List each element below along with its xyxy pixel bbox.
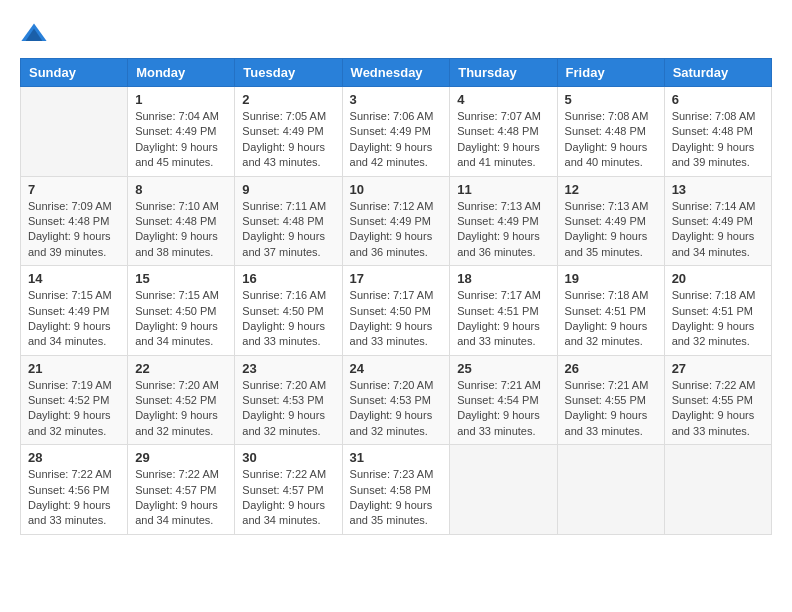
day-number: 5 <box>565 92 657 107</box>
calendar-cell: 24Sunrise: 7:20 AM Sunset: 4:53 PM Dayli… <box>342 355 450 445</box>
day-info: Sunrise: 7:20 AM Sunset: 4:52 PM Dayligh… <box>135 378 227 440</box>
calendar-cell: 14Sunrise: 7:15 AM Sunset: 4:49 PM Dayli… <box>21 266 128 356</box>
day-info: Sunrise: 7:21 AM Sunset: 4:54 PM Dayligh… <box>457 378 549 440</box>
day-number: 17 <box>350 271 443 286</box>
calendar-week-row: 1Sunrise: 7:04 AM Sunset: 4:49 PM Daylig… <box>21 87 772 177</box>
day-info: Sunrise: 7:06 AM Sunset: 4:49 PM Dayligh… <box>350 109 443 171</box>
day-info: Sunrise: 7:04 AM Sunset: 4:49 PM Dayligh… <box>135 109 227 171</box>
day-info: Sunrise: 7:08 AM Sunset: 4:48 PM Dayligh… <box>672 109 764 171</box>
day-info: Sunrise: 7:22 AM Sunset: 4:56 PM Dayligh… <box>28 467 120 529</box>
day-info: Sunrise: 7:18 AM Sunset: 4:51 PM Dayligh… <box>565 288 657 350</box>
logo <box>20 20 52 48</box>
calendar-table: SundayMondayTuesdayWednesdayThursdayFrid… <box>20 58 772 535</box>
day-info: Sunrise: 7:17 AM Sunset: 4:51 PM Dayligh… <box>457 288 549 350</box>
day-info: Sunrise: 7:21 AM Sunset: 4:55 PM Dayligh… <box>565 378 657 440</box>
calendar-cell: 18Sunrise: 7:17 AM Sunset: 4:51 PM Dayli… <box>450 266 557 356</box>
calendar-cell <box>557 445 664 535</box>
calendar-cell: 20Sunrise: 7:18 AM Sunset: 4:51 PM Dayli… <box>664 266 771 356</box>
calendar-cell: 22Sunrise: 7:20 AM Sunset: 4:52 PM Dayli… <box>128 355 235 445</box>
day-number: 26 <box>565 361 657 376</box>
day-of-week-header: Wednesday <box>342 59 450 87</box>
calendar-cell: 23Sunrise: 7:20 AM Sunset: 4:53 PM Dayli… <box>235 355 342 445</box>
day-number: 22 <box>135 361 227 376</box>
calendar-header-row: SundayMondayTuesdayWednesdayThursdayFrid… <box>21 59 772 87</box>
calendar-cell: 10Sunrise: 7:12 AM Sunset: 4:49 PM Dayli… <box>342 176 450 266</box>
day-number: 24 <box>350 361 443 376</box>
calendar-cell: 1Sunrise: 7:04 AM Sunset: 4:49 PM Daylig… <box>128 87 235 177</box>
day-number: 25 <box>457 361 549 376</box>
day-number: 30 <box>242 450 334 465</box>
calendar-cell: 15Sunrise: 7:15 AM Sunset: 4:50 PM Dayli… <box>128 266 235 356</box>
day-number: 8 <box>135 182 227 197</box>
day-number: 1 <box>135 92 227 107</box>
day-info: Sunrise: 7:22 AM Sunset: 4:57 PM Dayligh… <box>135 467 227 529</box>
calendar-cell <box>21 87 128 177</box>
calendar-cell: 30Sunrise: 7:22 AM Sunset: 4:57 PM Dayli… <box>235 445 342 535</box>
calendar-cell: 13Sunrise: 7:14 AM Sunset: 4:49 PM Dayli… <box>664 176 771 266</box>
day-info: Sunrise: 7:18 AM Sunset: 4:51 PM Dayligh… <box>672 288 764 350</box>
day-number: 27 <box>672 361 764 376</box>
day-info: Sunrise: 7:19 AM Sunset: 4:52 PM Dayligh… <box>28 378 120 440</box>
day-number: 20 <box>672 271 764 286</box>
calendar-cell: 9Sunrise: 7:11 AM Sunset: 4:48 PM Daylig… <box>235 176 342 266</box>
day-info: Sunrise: 7:10 AM Sunset: 4:48 PM Dayligh… <box>135 199 227 261</box>
calendar-week-row: 28Sunrise: 7:22 AM Sunset: 4:56 PM Dayli… <box>21 445 772 535</box>
day-info: Sunrise: 7:20 AM Sunset: 4:53 PM Dayligh… <box>242 378 334 440</box>
day-number: 13 <box>672 182 764 197</box>
day-info: Sunrise: 7:07 AM Sunset: 4:48 PM Dayligh… <box>457 109 549 171</box>
calendar-cell: 19Sunrise: 7:18 AM Sunset: 4:51 PM Dayli… <box>557 266 664 356</box>
day-info: Sunrise: 7:22 AM Sunset: 4:55 PM Dayligh… <box>672 378 764 440</box>
day-info: Sunrise: 7:05 AM Sunset: 4:49 PM Dayligh… <box>242 109 334 171</box>
day-info: Sunrise: 7:12 AM Sunset: 4:49 PM Dayligh… <box>350 199 443 261</box>
day-number: 10 <box>350 182 443 197</box>
calendar-cell: 21Sunrise: 7:19 AM Sunset: 4:52 PM Dayli… <box>21 355 128 445</box>
day-number: 6 <box>672 92 764 107</box>
calendar-week-row: 21Sunrise: 7:19 AM Sunset: 4:52 PM Dayli… <box>21 355 772 445</box>
day-number: 18 <box>457 271 549 286</box>
calendar-cell: 6Sunrise: 7:08 AM Sunset: 4:48 PM Daylig… <box>664 87 771 177</box>
day-number: 19 <box>565 271 657 286</box>
day-of-week-header: Thursday <box>450 59 557 87</box>
day-of-week-header: Tuesday <box>235 59 342 87</box>
day-of-week-header: Sunday <box>21 59 128 87</box>
calendar-cell: 27Sunrise: 7:22 AM Sunset: 4:55 PM Dayli… <box>664 355 771 445</box>
day-info: Sunrise: 7:23 AM Sunset: 4:58 PM Dayligh… <box>350 467 443 529</box>
day-info: Sunrise: 7:17 AM Sunset: 4:50 PM Dayligh… <box>350 288 443 350</box>
day-number: 15 <box>135 271 227 286</box>
day-number: 7 <box>28 182 120 197</box>
calendar-cell: 29Sunrise: 7:22 AM Sunset: 4:57 PM Dayli… <box>128 445 235 535</box>
calendar-cell: 5Sunrise: 7:08 AM Sunset: 4:48 PM Daylig… <box>557 87 664 177</box>
day-number: 3 <box>350 92 443 107</box>
day-info: Sunrise: 7:22 AM Sunset: 4:57 PM Dayligh… <box>242 467 334 529</box>
calendar-cell: 25Sunrise: 7:21 AM Sunset: 4:54 PM Dayli… <box>450 355 557 445</box>
day-number: 9 <box>242 182 334 197</box>
calendar-cell: 8Sunrise: 7:10 AM Sunset: 4:48 PM Daylig… <box>128 176 235 266</box>
day-of-week-header: Friday <box>557 59 664 87</box>
calendar-cell: 17Sunrise: 7:17 AM Sunset: 4:50 PM Dayli… <box>342 266 450 356</box>
day-info: Sunrise: 7:14 AM Sunset: 4:49 PM Dayligh… <box>672 199 764 261</box>
calendar-cell: 28Sunrise: 7:22 AM Sunset: 4:56 PM Dayli… <box>21 445 128 535</box>
calendar-cell: 11Sunrise: 7:13 AM Sunset: 4:49 PM Dayli… <box>450 176 557 266</box>
day-info: Sunrise: 7:16 AM Sunset: 4:50 PM Dayligh… <box>242 288 334 350</box>
calendar-week-row: 14Sunrise: 7:15 AM Sunset: 4:49 PM Dayli… <box>21 266 772 356</box>
day-info: Sunrise: 7:13 AM Sunset: 4:49 PM Dayligh… <box>457 199 549 261</box>
day-number: 12 <box>565 182 657 197</box>
day-number: 21 <box>28 361 120 376</box>
day-number: 11 <box>457 182 549 197</box>
day-of-week-header: Saturday <box>664 59 771 87</box>
day-number: 23 <box>242 361 334 376</box>
calendar-cell: 3Sunrise: 7:06 AM Sunset: 4:49 PM Daylig… <box>342 87 450 177</box>
day-number: 29 <box>135 450 227 465</box>
day-info: Sunrise: 7:08 AM Sunset: 4:48 PM Dayligh… <box>565 109 657 171</box>
logo-icon <box>20 20 48 48</box>
day-number: 2 <box>242 92 334 107</box>
calendar-cell <box>450 445 557 535</box>
calendar-cell: 31Sunrise: 7:23 AM Sunset: 4:58 PM Dayli… <box>342 445 450 535</box>
calendar-cell: 7Sunrise: 7:09 AM Sunset: 4:48 PM Daylig… <box>21 176 128 266</box>
calendar-cell: 12Sunrise: 7:13 AM Sunset: 4:49 PM Dayli… <box>557 176 664 266</box>
day-number: 28 <box>28 450 120 465</box>
calendar-cell <box>664 445 771 535</box>
page-header <box>20 20 772 48</box>
day-info: Sunrise: 7:11 AM Sunset: 4:48 PM Dayligh… <box>242 199 334 261</box>
calendar-cell: 4Sunrise: 7:07 AM Sunset: 4:48 PM Daylig… <box>450 87 557 177</box>
